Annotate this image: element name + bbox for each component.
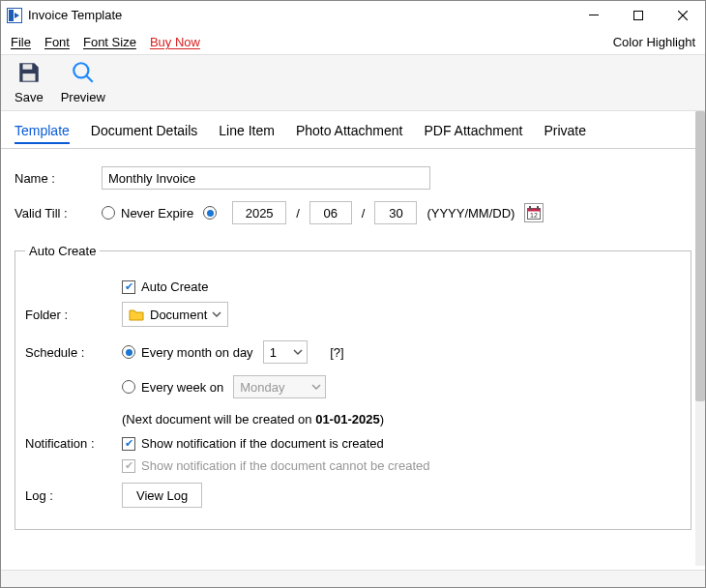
menu-color-highlight[interactable]: Color Highlight <box>613 35 695 49</box>
svg-rect-5 <box>22 74 35 81</box>
checkbox-checked-icon <box>122 280 135 294</box>
minimize-icon <box>589 11 599 20</box>
tab-line-item[interactable]: Line Item <box>219 123 275 138</box>
next-document-hint: (Next document will be created on 01-01-… <box>122 412 384 426</box>
view-log-button[interactable]: View Log <box>122 483 202 508</box>
magnifier-icon <box>70 59 97 86</box>
window-minimize-button[interactable] <box>572 1 616 30</box>
monthly-day-value: 1 <box>270 345 277 360</box>
chevron-down-icon <box>212 309 221 319</box>
date-sep-1: / <box>296 206 300 220</box>
menu-file[interactable]: File <box>11 35 31 49</box>
chevron-down-icon <box>311 382 321 392</box>
schedule-monthly-label: Every month on day <box>141 345 253 360</box>
schedule-help[interactable]: [?] <box>330 345 343 360</box>
tab-photo-attachment[interactable]: Photo Attachment <box>296 123 403 138</box>
valid-till-year-input[interactable] <box>232 201 286 224</box>
folder-label: Folder : <box>25 308 112 322</box>
weekly-day-select[interactable]: Monday <box>233 375 326 398</box>
tab-template[interactable]: Template <box>15 123 70 144</box>
notify-success-label: Show notification if the document is cre… <box>141 436 384 451</box>
maximize-icon <box>633 11 643 20</box>
expire-date-radio[interactable] <box>203 206 222 220</box>
window-close-button[interactable] <box>661 1 705 30</box>
save-button[interactable]: Save <box>11 57 47 106</box>
schedule-label: Schedule : <box>25 345 112 360</box>
log-label: Log : <box>25 488 112 503</box>
folder-select[interactable]: Document <box>122 302 228 327</box>
auto-create-checkbox[interactable]: Auto Create <box>122 279 208 294</box>
tab-private[interactable]: Private <box>544 123 586 138</box>
checkbox-checked-disabled-icon <box>122 459 135 473</box>
monthly-day-select[interactable]: 1 <box>263 340 308 364</box>
name-label: Name : <box>15 171 92 186</box>
folder-icon <box>129 308 144 321</box>
window-maximize-button[interactable] <box>616 1 661 30</box>
date-sep-2: / <box>362 206 366 220</box>
svg-rect-2 <box>589 15 599 15</box>
svg-text:12: 12 <box>530 212 538 219</box>
save-label: Save <box>15 90 44 104</box>
status-bar <box>1 570 705 587</box>
window-title: Invoice Template <box>28 8 122 22</box>
calendar-icon: 12 <box>526 205 542 220</box>
svg-rect-11 <box>537 206 539 210</box>
notify-success-checkbox[interactable]: Show notification if the document is cre… <box>122 436 384 451</box>
radio-off-icon <box>122 380 135 394</box>
preview-label: Preview <box>61 90 105 104</box>
valid-till-label: Valid Till : <box>15 206 92 220</box>
weekly-day-value: Monday <box>240 380 284 395</box>
valid-till-month-input[interactable] <box>309 201 352 224</box>
schedule-weekly-radio[interactable]: Every week on <box>122 380 223 395</box>
schedule-weekly-label: Every week on <box>141 380 223 395</box>
close-icon <box>678 11 688 20</box>
svg-rect-1 <box>9 10 14 21</box>
svg-point-6 <box>74 63 88 77</box>
svg-rect-3 <box>634 11 643 19</box>
valid-till-day-input[interactable] <box>374 201 417 224</box>
name-input[interactable] <box>102 166 430 190</box>
titlebar: Invoice Template <box>1 1 705 30</box>
menu-buy-now[interactable]: Buy Now <box>150 35 200 49</box>
radio-on-icon <box>122 345 135 359</box>
menubar: File Font Font Size Buy Now Color Highli… <box>1 30 705 55</box>
menu-font-size[interactable]: Font Size <box>83 35 136 49</box>
svg-line-7 <box>86 75 93 82</box>
folder-value: Document <box>150 308 207 322</box>
save-icon <box>15 59 43 86</box>
svg-rect-10 <box>529 206 531 210</box>
never-expire-radio[interactable]: Never Expire <box>102 206 193 220</box>
tab-pdf-attachment[interactable]: PDF Attachment <box>424 123 522 138</box>
radio-on-icon <box>203 206 217 220</box>
checkbox-checked-icon <box>122 437 135 451</box>
schedule-monthly-radio[interactable]: Every month on day <box>122 345 253 360</box>
form-body: Name : Valid Till : Never Expire / / (YY… <box>1 149 705 588</box>
notify-fail-checkbox: Show notification if the document cannot… <box>122 458 429 473</box>
auto-create-legend: Auto Create <box>25 244 100 258</box>
auto-create-enable-label: Auto Create <box>141 279 208 294</box>
preview-button[interactable]: Preview <box>57 57 109 106</box>
notify-fail-label: Show notification if the document cannot… <box>141 458 429 473</box>
menu-font[interactable]: Font <box>44 35 70 49</box>
date-format-hint: (YYYY/MM/DD) <box>427 206 515 220</box>
tab-document-details[interactable]: Document Details <box>91 123 198 138</box>
toolbar: Save Preview <box>1 55 705 111</box>
radio-off-icon <box>102 206 115 220</box>
tabstrip: Template Document Details Line Item Phot… <box>1 111 695 149</box>
svg-rect-4 <box>22 64 32 69</box>
calendar-button[interactable]: 12 <box>524 203 544 222</box>
auto-create-group: Auto Create Auto Create Folder : Documen… <box>15 244 691 530</box>
app-icon <box>7 8 22 23</box>
notification-label: Notification : <box>25 436 112 451</box>
chevron-down-icon <box>293 347 303 357</box>
never-expire-label: Never Expire <box>121 206 193 220</box>
